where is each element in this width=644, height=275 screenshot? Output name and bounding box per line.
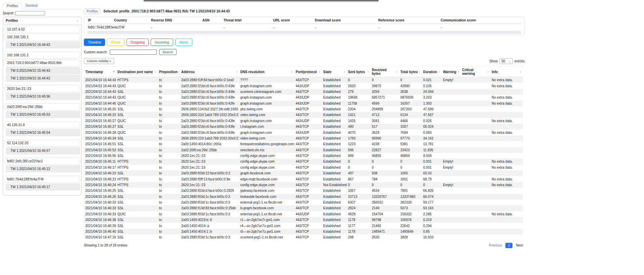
table-cell: to bbox=[158, 188, 180, 194]
sort-icon[interactable]: ▲▼ bbox=[77, 19, 79, 22]
table-row[interactable]: 2021/04/10 16:46:38SSLto2a00:1450:4023:b… bbox=[84, 217, 523, 223]
table-row[interactable]: 2021/04/10 16:44:45QUICto2a03:2880:f23d:… bbox=[84, 101, 523, 106]
table-row[interactable]: 2021/04/10 16:46:40SSLto2a00:1450:4014:1… bbox=[84, 229, 523, 234]
profile-item[interactable]: 192.168.130.1 bbox=[4, 34, 80, 41]
table-row[interactable]: 2021/04/10 16:45:51SSLto2a00:1450:4014:8… bbox=[84, 141, 523, 147]
table-row[interactable]: 2021/04/10 16:44:43HTTPSto2a03:2880:f1ff… bbox=[84, 77, 523, 83]
table-row[interactable]: 2021/04/10 16:44:43SSLto2a03:2880:f23d:c… bbox=[84, 89, 523, 95]
profile-item[interactable]: 2001:718:2:903:b877:48ae:9531:fbfc bbox=[4, 59, 80, 66]
sort-icon[interactable]: ▲▼ bbox=[155, 70, 156, 73]
tab-alerts[interactable]: Alerts bbox=[175, 39, 192, 46]
tab-flows[interactable]: Flows bbox=[107, 39, 124, 46]
table-row[interactable]: 2021/04/10 16:45:56SSLto2620:1ec:21::23c… bbox=[84, 153, 523, 159]
timewindow-item[interactable]: TW 1:2021/04/10 16:45:53 bbox=[6, 111, 80, 118]
profile-item[interactable]: 2a02:26f0:ea:29d::25bb bbox=[4, 103, 80, 110]
sort-icon[interactable]: ▲▼ bbox=[458, 70, 459, 73]
table-row[interactable]: 2021/04/10 16:46:23SSLto2a03:2880:f03d:1… bbox=[84, 170, 523, 176]
timewindow-item[interactable]: TW 1:2021/04/10 16:45:56 bbox=[6, 93, 80, 100]
timewindow-item[interactable]: TW 1:2021/04/10 16:45:54 bbox=[6, 129, 80, 136]
sort-icon[interactable]: ▲▼ bbox=[344, 70, 345, 73]
profile-item[interactable]: 13.107.4.52 bbox=[4, 26, 80, 33]
table-cell: 2a03:2880:f23d:c6:face:b00c:0:43fe bbox=[180, 118, 239, 124]
sort-icon[interactable]: ▲▼ bbox=[520, 70, 522, 73]
profiles-badge-button[interactable]: Profiles bbox=[84, 8, 100, 14]
table-row[interactable]: 2021/04/10 16:46:11HTTPSto2620:1ec:21::2… bbox=[84, 159, 523, 164]
flow-column-header[interactable]: Timestamp▲▼ bbox=[84, 67, 116, 77]
table-row[interactable]: 2021/04/10 16:45:20SSLto2606:2800:134:fa… bbox=[84, 106, 523, 112]
flow-column-header[interactable]: Received bytes▲▼ bbox=[370, 67, 399, 77]
flow-column-header[interactable]: Port/protocol▲▼ bbox=[294, 67, 322, 77]
flow-column-header[interactable]: Warning▲▼ bbox=[442, 67, 461, 77]
tab-general[interactable]: General bbox=[22, 3, 41, 9]
table-row[interactable]: 2021/04/10 16:46:39SSLto2a00:1450:4014::… bbox=[84, 223, 523, 228]
flow-column-header[interactable]: Duration▲▼ bbox=[422, 67, 442, 77]
flow-column-header[interactable]: Destination port name▲▼ bbox=[116, 67, 158, 77]
sort-icon[interactable]: ▲▼ bbox=[419, 70, 420, 73]
profile-item[interactable]: 2620:1ec:21::23 bbox=[4, 85, 80, 92]
timewindow-item[interactable]: TW 1:2021/04/10 16:44:43 bbox=[6, 75, 80, 82]
table-cell: 45855 bbox=[370, 153, 399, 159]
timewindow-item[interactable]: TW 1:2021/04/10 16:45:17 bbox=[6, 183, 80, 190]
timewindow-item[interactable]: TW 1:2021/04/10 16:45:57 bbox=[6, 147, 80, 154]
profile-item[interactable]: fe80::764d:28ff:fe4a:f74f bbox=[4, 176, 80, 183]
table-row[interactable]: 2021/04/10 16:46:33QUICto2a03:2880:f03d:… bbox=[84, 211, 523, 217]
table-row[interactable]: 2021/04/10 16:45:27QUICto2a03:2880:f23d:… bbox=[84, 118, 523, 124]
tab-incoming[interactable]: Incoming bbox=[151, 39, 173, 46]
tab-profiles[interactable]: Profiles bbox=[3, 3, 22, 9]
search-button[interactable]: Search bbox=[159, 49, 177, 55]
profile-item[interactable]: 40.126.31.8 bbox=[4, 121, 80, 128]
sort-icon[interactable]: ▲▼ bbox=[236, 70, 238, 73]
profiles-card-header[interactable]: Profiles ▲▼ bbox=[3, 17, 81, 24]
sort-icon[interactable]: ▲▼ bbox=[487, 70, 489, 73]
timewindow-item[interactable]: TW 1:2021/04/10 16:45:12 bbox=[6, 165, 80, 172]
table-row[interactable]: 2021/04/10 16:46:23HTTPSto2a03:2880:f0ff… bbox=[84, 176, 523, 182]
flow-column-header[interactable]: Critical warning▲▼ bbox=[461, 67, 490, 77]
table-row[interactable]: 2021/04/10 16:45:20SSLto2606:2800:233:1a… bbox=[84, 112, 523, 118]
custom-search-input[interactable] bbox=[110, 50, 157, 55]
table-row[interactable]: 2021/04/10 16:44:43QUICto2a03:2880:f23d:… bbox=[84, 95, 523, 100]
table-row[interactable]: 2021/04/10 16:46:25SSLto2a03:2880:f03d:d… bbox=[84, 188, 523, 194]
table-row[interactable]: 2021/04/10 16:46:26SSLto2a03:2880:f03d:1… bbox=[84, 194, 523, 200]
profile-item[interactable]: 192.168.131.2 bbox=[4, 52, 80, 59]
sort-icon[interactable]: ▲▼ bbox=[113, 70, 115, 73]
table-row[interactable]: 2021/04/10 16:45:28QUICto2a03:2880:f23d:… bbox=[84, 129, 523, 135]
table-row[interactable]: 2021/04/10 16:44:43QUICto2a03:2880:f23d:… bbox=[84, 83, 523, 89]
table-cell: No extra data. bbox=[490, 95, 523, 100]
flow-column-header[interactable]: Address▲▼ bbox=[180, 67, 239, 77]
table-cell: 0.083 bbox=[422, 129, 442, 135]
table-cell bbox=[490, 217, 523, 223]
table-row[interactable]: 2021/04/10 16:46:24HTTPSto2620:1ec:21::2… bbox=[84, 182, 523, 188]
sort-icon[interactable]: ▲▼ bbox=[178, 70, 179, 73]
flow-column-header[interactable]: Sent bytes▲▼ bbox=[347, 67, 370, 77]
flow-column-header[interactable]: Info▲▼ bbox=[490, 67, 523, 77]
sidebar-search-input[interactable] bbox=[15, 11, 45, 15]
pagination-next[interactable]: Next bbox=[516, 243, 523, 247]
table-row[interactable]: 2021/04/10 16:45:27SSLto2a03:2880:f23d:c… bbox=[84, 124, 523, 129]
table-row[interactable]: 2021/04/10 16:45:53SSLto2a02:26f0:ea:29d… bbox=[84, 147, 523, 153]
profile-item[interactable]: 52.114.132.20 bbox=[4, 140, 80, 147]
pagination-previous[interactable]: Previous bbox=[489, 243, 502, 247]
sort-icon[interactable]: ▲▼ bbox=[396, 70, 398, 73]
flow-column-header[interactable]: Preposition▲▼ bbox=[158, 67, 180, 77]
profile-item[interactable]: fe80::2efc:36f:ce23:fac1 bbox=[4, 158, 80, 165]
tab-outgoing[interactable]: Outgoing bbox=[127, 39, 149, 46]
pagination-page-1[interactable]: 1 bbox=[505, 243, 513, 248]
table-row[interactable]: 2021/04/10 16:45:34SSLto2606:2800:233:1a… bbox=[84, 135, 523, 141]
tab-timeline[interactable]: Timeline bbox=[84, 39, 105, 46]
table-row[interactable]: 2021/04/10 16:46:17HTTPSto2620:1ec:21::2… bbox=[84, 165, 523, 170]
column-visibility-button[interactable]: Column visibility▾ bbox=[84, 58, 114, 64]
sort-icon[interactable]: ▲▼ bbox=[439, 70, 440, 73]
flow-column-header[interactable]: Total bytes▲▼ bbox=[399, 67, 422, 77]
sort-icon[interactable]: ▲▼ bbox=[367, 70, 369, 73]
flow-column-header[interactable]: State▲▼ bbox=[322, 67, 347, 77]
page-length-select[interactable]: 50⌄ bbox=[499, 58, 513, 64]
sort-icon[interactable]: ▲▼ bbox=[291, 70, 293, 73]
timewindow-item[interactable]: TW 1:2021/04/10 16:44:43 bbox=[6, 41, 80, 48]
table-row[interactable]: 2021/04/10 16:47:16SSLto2a03:2880:f03d:1… bbox=[84, 234, 523, 240]
flow-column-header[interactable]: DNS resolution▲▼ bbox=[239, 67, 294, 77]
sort-icon[interactable]: ▲▼ bbox=[319, 70, 320, 73]
horizontal-scrollbar[interactable] bbox=[87, 31, 521, 34]
table-row[interactable]: 2021/04/10 16:46:33SSLto2a03:2880:f03d:1… bbox=[84, 200, 523, 205]
timewindow-item[interactable]: TW 0:2021/04/10 15:44:43 bbox=[6, 67, 80, 74]
table-row[interactable]: 2021/04/10 16:46:33SSLto2a03:2880:f13d:8… bbox=[84, 205, 523, 211]
